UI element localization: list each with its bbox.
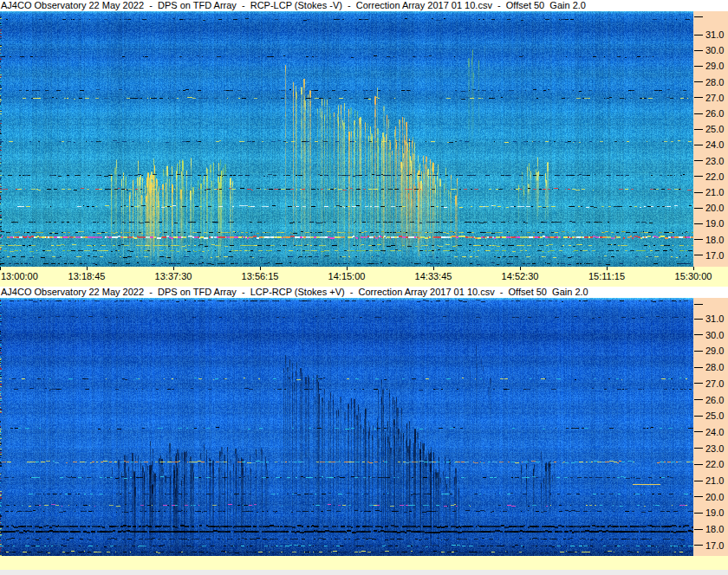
freq-tick: 28.0 [693,77,724,87]
tick-mark-icon [694,16,703,17]
time-tick-label: 13:37:30 [155,271,192,281]
freq-tick: 28.0 [693,362,724,372]
freq-tick-label: 24.0 [705,139,724,150]
freq-tick: 17.0 [693,250,724,261]
time-tick-mark-icon [607,267,608,270]
tick-mark-icon [694,35,703,36]
freq-tick-label: 18.0 [705,524,724,534]
tick-mark-icon [694,176,703,177]
tick-mark-icon [694,416,703,417]
time-tick-label: 14:33:45 [415,271,452,281]
freq-tick: 19.0 [693,507,724,518]
freq-tick-unlabeled [693,11,703,22]
freq-tick-label: 27.0 [705,378,724,389]
freq-tick: 21.0 [693,475,724,486]
freq-tick: 31.0 [693,313,724,324]
spectrogram-1-row: 31.030.029.028.027.026.025.024.023.022.0… [0,11,728,267]
tick-mark-icon [694,545,703,546]
tick-mark-icon [694,431,703,432]
frequency-axis-1: 31.030.029.028.027.026.025.024.023.022.0… [693,11,728,267]
time-tick-label: 13:56:15 [242,271,279,281]
time-tick-label: 13:00:00 [1,271,38,281]
freq-tick: 23.0 [693,156,724,166]
freq-tick-label: 25.0 [705,124,724,134]
time-tick-label: 13:18:45 [68,271,106,281]
freq-tick-label: 22.0 [705,171,724,182]
freq-tick-label: 26.0 [705,395,724,405]
freq-tick: 20.0 [693,203,724,213]
tick-mark-icon [694,160,703,161]
tick-mark-icon [694,351,703,352]
freq-tick: 25.0 [693,124,724,134]
freq-tick-label: 17.0 [705,540,724,551]
tick-mark-icon [694,145,703,145]
freq-tick-label: 20.0 [705,203,724,213]
spectrogram-2-row: 31.030.029.028.027.026.025.024.023.022.0… [0,298,728,556]
time-tick-mark-icon [260,267,261,270]
spectrogram-2-plot[interactable] [0,298,693,556]
freq-tick: 26.0 [693,108,724,119]
freq-tick-label: 24.0 [705,427,724,437]
time-tick-label: 15:11:15 [588,271,625,281]
time-tick-mark-icon [433,267,434,270]
freq-tick-label: 25.0 [705,410,724,421]
time-tick-label: 14:52:30 [502,271,539,281]
time-axis: 13:00:0013:18:4513:37:3013:56:1514:15:00… [0,267,728,287]
freq-tick-label: 19.0 [705,218,724,229]
freq-tick: 19.0 [693,218,724,229]
tick-mark-icon [694,97,703,98]
freq-tick-label: 30.0 [705,45,724,55]
tick-mark-icon [694,239,703,240]
tick-mark-icon [694,129,703,130]
freq-tick-label: 21.0 [705,187,724,197]
tick-mark-icon [694,319,703,320]
tick-mark-icon [694,367,703,368]
freq-tick-label: 29.0 [705,346,724,356]
tick-mark-icon [694,66,703,67]
tick-mark-icon [694,496,703,497]
freq-tick: 26.0 [693,395,724,405]
freq-tick: 24.0 [693,139,724,150]
tick-mark-icon [694,481,703,481]
spectrogram-1-plot[interactable] [0,11,693,267]
time-tick-mark-icon [520,267,521,270]
freq-tick: 30.0 [693,45,724,55]
time-tick-mark-icon [0,267,1,270]
tick-mark-icon [694,448,703,449]
tick-mark-icon [694,464,703,465]
freq-tick: 27.0 [693,378,724,389]
tick-mark-icon [694,304,703,305]
freq-tick-label: 23.0 [705,443,724,454]
time-tick-mark-icon [87,267,88,270]
tick-mark-icon [694,81,703,82]
tick-mark-icon [694,383,703,384]
freq-tick: 18.0 [693,524,724,534]
freq-tick: 25.0 [693,410,724,421]
freq-tick: 21.0 [693,187,724,197]
freq-tick: 18.0 [693,235,724,245]
frequency-axis-2: 31.030.029.028.027.026.025.024.023.022.0… [693,298,728,556]
freq-tick-unlabeled [693,299,703,309]
freq-tick-label: 17.0 [705,250,724,261]
freq-tick-label: 26.0 [705,108,724,119]
radio-sky-spectrograph-window: AJ4CO Observatory 22 May 2022 - DPS on T… [0,0,728,575]
freq-tick: 24.0 [693,427,724,437]
spectrogram-2-header: AJ4CO Observatory 22 May 2022 - DPS on T… [0,287,728,298]
tick-mark-icon [694,113,703,114]
tick-mark-icon [694,255,703,255]
time-tick-mark-icon [173,267,174,270]
freq-tick-label: 22.0 [705,459,724,469]
freq-tick-label: 31.0 [705,313,724,324]
freq-tick: 31.0 [693,29,724,40]
freq-tick-label: 31.0 [705,29,724,40]
tick-mark-icon [694,208,703,209]
freq-tick-label: 28.0 [705,77,724,87]
freq-tick: 29.0 [693,61,724,71]
freq-tick: 22.0 [693,171,724,182]
time-tick-label: 14:15:00 [328,271,366,281]
time-tick-label: 15:30:00 [675,271,712,281]
freq-tick-label: 23.0 [705,156,724,166]
time-tick-mark-icon [347,267,348,270]
freq-tick: 29.0 [693,346,724,356]
spectrogram-1-header: AJ4CO Observatory 22 May 2022 - DPS on T… [0,0,728,11]
